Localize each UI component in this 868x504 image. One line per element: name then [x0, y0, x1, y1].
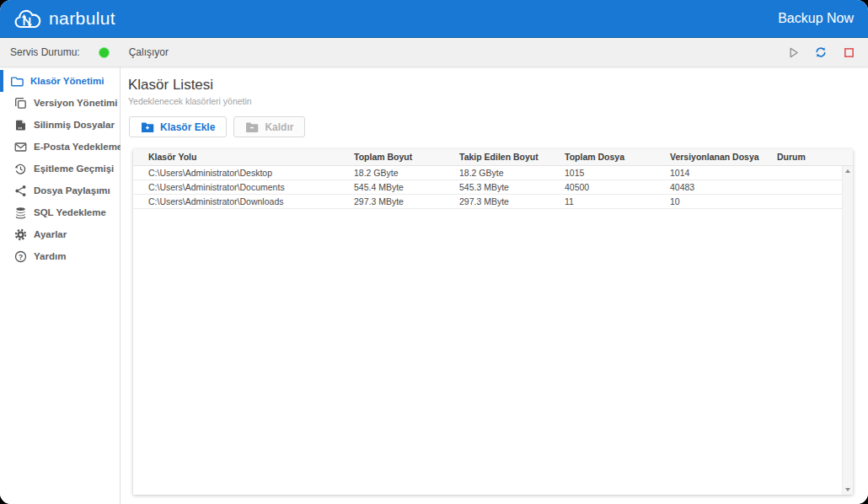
sidebar-item-icon	[14, 163, 27, 175]
service-status-label: Servis Durumu:	[10, 46, 80, 58]
page-subtitle: Yedeklenecek klasörleri yönetin	[128, 96, 853, 107]
sidebar-item-icon	[14, 206, 27, 219]
sidebar-item-label: Versiyon Yönetimi	[34, 98, 118, 108]
main-content: Klasör Listesi Yedeklenecek klasörleri y…	[121, 67, 868, 504]
column-header[interactable]: Takip Edilen Boyut	[459, 149, 565, 165]
sidebar-item-icon	[14, 97, 27, 110]
folder-grid: Klasör YoluToplam BoyutTakip Edilen Boyu…	[133, 149, 853, 495]
cell-folder-path: C:\Users\Administrator\Documents	[133, 180, 354, 194]
column-header[interactable]: Toplam Boyut	[354, 149, 459, 165]
sidebar-item[interactable]: SQL Yedekleme	[0, 201, 120, 223]
sidebar-item[interactable]: Dosya Paylaşımı	[0, 180, 120, 201]
sync-icon[interactable]	[813, 45, 828, 60]
cloud-logo-icon	[12, 7, 43, 31]
brand-name: narbulut	[49, 8, 115, 29]
sidebar-item[interactable]: Versiyon Yönetimi	[0, 92, 120, 114]
column-header[interactable]: Toplam Dosya	[565, 149, 670, 165]
table-row[interactable]: C:\Users\Administrator\Downloads 297.3 M…	[133, 194, 853, 208]
table-row[interactable]: C:\Users\Administrator\Documents 545.4 M…	[133, 180, 853, 194]
sidebar-item-icon	[14, 185, 27, 197]
sidebar-item[interactable]: Klasör Yönetimi	[0, 70, 120, 92]
stop-icon[interactable]	[841, 45, 856, 60]
remove-folder-label: Kaldır	[265, 121, 293, 133]
cell-versioned-files: 40483	[670, 180, 777, 194]
sidebar-item-icon	[14, 119, 27, 131]
service-controls	[785, 38, 856, 67]
sidebar-item-icon	[14, 141, 27, 153]
scroll-up-icon[interactable]	[845, 169, 850, 173]
cell-tracked-size: 18.2 GByte	[459, 165, 565, 180]
cell-versioned-files: 10	[670, 194, 777, 208]
grid-scrollbar[interactable]	[842, 166, 853, 495]
sidebar-item-icon	[14, 228, 27, 241]
service-status-value: Çalışıyor	[129, 46, 169, 58]
cell-total-size: 545.4 MByte	[354, 180, 459, 194]
sidebar-item-label: Silinmiş Dosyalar	[34, 120, 115, 130]
scroll-down-icon[interactable]	[845, 488, 850, 491]
cell-total-size: 297.3 MByte	[354, 194, 459, 208]
sidebar-item-label: SQL Yedekleme	[34, 207, 106, 217]
column-header[interactable]: Versiyonlanan Dosya	[670, 149, 777, 165]
sidebar-item-label: Klasör Yönetimi	[30, 76, 104, 86]
remove-folder-button[interactable]: Kaldır	[233, 116, 305, 137]
cell-folder-path: C:\Users\Administrator\Downloads	[133, 194, 354, 208]
table-header-row: Klasör YoluToplam BoyutTakip Edilen Boyu…	[133, 149, 853, 165]
add-folder-button[interactable]: Klasör Ekle	[129, 116, 227, 137]
sidebar-item[interactable]: Eşitleme Geçmişi	[0, 158, 120, 180]
sidebar-item-icon	[11, 75, 24, 88]
app-window: narbulut Backup Now Servis Durumu: Çalış…	[0, 0, 868, 504]
toolbar: Klasör Ekle Kaldır	[129, 116, 853, 137]
cell-tracked-size: 297.3 MByte	[459, 194, 565, 208]
page-title: Klasör Listesi	[128, 78, 853, 93]
table-row[interactable]: C:\Users\Administrator\Desktop 18.2 GByt…	[133, 165, 853, 180]
play-icon[interactable]	[785, 45, 801, 60]
cell-versioned-files: 1014	[670, 165, 777, 180]
sidebar-item[interactable]: Yardım	[0, 245, 120, 267]
status-green-dot	[99, 47, 110, 58]
folder-plus-icon	[141, 121, 154, 133]
cell-folder-path: C:\Users\Administrator\Desktop	[133, 165, 354, 180]
sidebar-item-label: Ayarlar	[34, 229, 67, 239]
sidebar-item[interactable]: Ayarlar	[0, 223, 120, 245]
sidebar-item-label: Dosya Paylaşımı	[34, 185, 110, 196]
backup-now-button[interactable]: Backup Now	[778, 11, 854, 26]
sidebar: Klasör Yönetimi Versiyon Yönetimi Silinm…	[0, 67, 121, 504]
app-header: narbulut Backup Now	[0, 0, 868, 38]
brand-logo: narbulut	[12, 7, 115, 31]
sidebar-item-icon	[14, 250, 27, 263]
service-status-bar: Servis Durumu: Çalışıyor	[0, 38, 868, 67]
sidebar-item[interactable]: Silinmiş Dosyalar	[0, 114, 120, 136]
sidebar-item-label: Yardım	[34, 251, 66, 261]
cell-total-size: 18.2 GByte	[354, 165, 459, 180]
folder-table: Klasör YoluToplam BoyutTakip Edilen Boyu…	[133, 149, 853, 209]
sidebar-item-label: Eşitleme Geçmişi	[34, 164, 114, 174]
folder-minus-icon	[245, 121, 259, 133]
sidebar-item-label: E-Posta Yedekleme	[34, 142, 122, 152]
cell-tracked-size: 545.3 MByte	[459, 180, 565, 194]
table-body: C:\Users\Administrator\Desktop 18.2 GByt…	[133, 165, 853, 208]
cell-total-files: 40500	[565, 180, 670, 194]
column-header[interactable]: Klasör Yolu	[133, 149, 354, 165]
sidebar-item[interactable]: E-Posta Yedekleme	[0, 136, 120, 158]
column-header[interactable]: Durum	[777, 149, 853, 165]
cell-total-files: 1015	[565, 165, 670, 180]
cell-total-files: 11	[565, 194, 670, 208]
add-folder-label: Klasör Ekle	[160, 121, 215, 133]
